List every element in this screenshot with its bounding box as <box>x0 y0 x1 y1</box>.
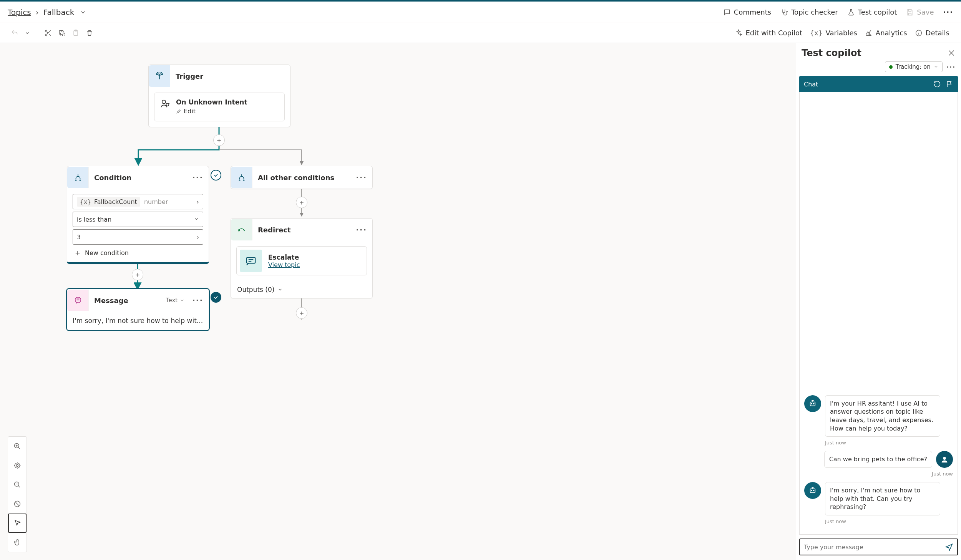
svg-point-21 <box>813 403 814 404</box>
analytics-button[interactable]: Analytics <box>861 27 911 39</box>
message-title: Message <box>89 297 166 305</box>
redirect-icon <box>231 219 252 240</box>
stethoscope-icon <box>780 8 788 16</box>
branch-icon <box>231 167 252 188</box>
pan-tool-button[interactable] <box>8 533 27 552</box>
svg-point-16 <box>15 463 20 468</box>
variables-button[interactable]: {x} Variables <box>806 27 861 39</box>
new-condition-button[interactable]: New condition <box>73 247 203 259</box>
condition-value-input[interactable]: 3 › <box>73 229 203 245</box>
chat-bot-message: I'm sorry, I'm not sure how to help with… <box>825 482 940 515</box>
test-copilot-label: Test copilot <box>858 8 897 16</box>
trigger-title: Trigger <box>170 72 290 80</box>
redirect-more-button[interactable]: ··· <box>350 225 372 234</box>
paste-button[interactable] <box>69 27 83 39</box>
variables-label: Variables <box>826 29 857 37</box>
new-condition-label: New condition <box>85 249 129 257</box>
redirect-target: Escalate <box>268 253 300 261</box>
condition-passed-badge <box>211 170 221 181</box>
delete-button[interactable] <box>83 27 96 39</box>
chat-reset-button[interactable] <box>933 80 941 88</box>
condition-operator-select[interactable]: is less than <box>73 212 203 227</box>
breadcrumb-sep: › <box>36 8 39 17</box>
trash-icon <box>86 29 93 37</box>
svg-point-11 <box>238 230 239 231</box>
topic-checker-button[interactable]: Topic checker <box>780 8 838 16</box>
add-node-after-redirect[interactable]: ＋ <box>296 307 307 319</box>
chat-user-message: Can we bring pets to the office? <box>824 451 932 468</box>
trigger-edit-link[interactable]: Edit <box>176 108 196 115</box>
breadcrumb-current: Fallback <box>43 8 75 17</box>
copy-button[interactable] <box>55 27 69 39</box>
all-other-more-button[interactable]: ··· <box>350 173 372 182</box>
add-node-after-condition[interactable]: ＋ <box>132 269 143 280</box>
tracking-toggle[interactable]: Tracking: on <box>885 61 943 72</box>
save-label: Save <box>917 8 934 16</box>
condition-more-button[interactable]: ··· <box>187 173 209 182</box>
test-copilot-button[interactable]: Test copilot <box>847 8 897 16</box>
comments-button[interactable]: Comments <box>723 8 772 16</box>
zoom-out-button[interactable] <box>8 475 27 494</box>
svg-point-24 <box>811 490 812 491</box>
zoom-in-button[interactable] <box>8 437 27 456</box>
chat-flag-button[interactable] <box>946 80 953 88</box>
chat-send-button[interactable] <box>945 543 953 551</box>
sparkle-icon <box>735 29 742 37</box>
topic-checker-label: Topic checker <box>791 8 838 16</box>
message-node[interactable]: Message Text ··· I'm sorry, I'm not sure… <box>67 289 209 330</box>
chevron-down-icon <box>277 287 283 292</box>
paste-icon <box>72 29 80 37</box>
analytics-icon <box>865 29 873 37</box>
copy-icon <box>58 29 66 37</box>
cut-button[interactable] <box>41 27 55 39</box>
topbar-more-button[interactable]: ··· <box>943 8 953 16</box>
add-node-after-allother[interactable]: ＋ <box>296 197 307 208</box>
zoom-reset-button[interactable] <box>8 494 27 514</box>
condition-variable-picker[interactable]: {x} FallbackCount number › <box>73 194 203 209</box>
condition-value: 3 <box>77 234 81 241</box>
message-type-select[interactable]: Text <box>166 297 187 304</box>
cursor-tool-button[interactable] <box>8 514 27 533</box>
add-node-after-trigger[interactable]: ＋ <box>213 134 225 146</box>
condition-variable-name: FallbackCount <box>94 198 137 205</box>
info-icon <box>915 29 923 37</box>
message-more-button[interactable]: ··· <box>187 296 209 305</box>
details-button[interactable]: Details <box>911 27 953 39</box>
breadcrumb-root[interactable]: Topics <box>8 8 31 17</box>
undo-dropdown[interactable] <box>22 28 33 38</box>
save-button[interactable]: Save <box>906 8 934 16</box>
all-other-conditions-node[interactable]: All other conditions ··· <box>231 166 373 189</box>
save-icon <box>906 8 914 16</box>
svg-rect-4 <box>59 30 63 34</box>
condition-title: Condition <box>89 174 187 182</box>
redirect-node[interactable]: Redirect ··· Escalate View topic <box>231 218 373 298</box>
topic-dropdown[interactable] <box>80 9 86 16</box>
details-label: Details <box>926 29 949 37</box>
redirect-title: Redirect <box>252 226 350 234</box>
variable-icon: {x} <box>80 198 91 205</box>
panel-close-button[interactable] <box>947 49 956 57</box>
comment-icon <box>723 8 731 16</box>
message-icon <box>67 290 89 311</box>
undo-button[interactable] <box>8 27 22 39</box>
edit-with-copilot-button[interactable]: Edit with Copilot <box>731 27 806 39</box>
zoom-fit-button[interactable] <box>8 456 27 475</box>
redirect-view-topic-link[interactable]: View topic <box>268 261 300 268</box>
svg-point-8 <box>159 74 160 76</box>
trigger-subtitle: On Unknown Intent <box>176 98 247 106</box>
svg-rect-12 <box>247 257 256 263</box>
chat-input[interactable] <box>804 543 945 551</box>
redirect-outputs-toggle[interactable]: Outputs (0) <box>231 281 372 298</box>
condition-node[interactable]: Condition ··· {x} FallbackCount number ›… <box>67 166 209 264</box>
chat-timestamp: Just now <box>825 519 953 524</box>
message-preview: I'm sorry, I'm not sure how to help wit.… <box>73 317 203 325</box>
svg-point-10 <box>166 103 169 106</box>
chat-bot-message: I'm your HR assitant! I use AI to answer… <box>825 395 940 437</box>
trigger-node[interactable]: Trigger On Unknown Intent Edit <box>148 65 290 127</box>
svg-point-1 <box>45 30 47 32</box>
variables-icon: {x} <box>810 29 823 37</box>
panel-more-button[interactable]: ··· <box>946 63 956 71</box>
svg-rect-3 <box>61 31 65 35</box>
svg-point-25 <box>813 490 814 491</box>
message-type-label: Text <box>166 297 178 304</box>
